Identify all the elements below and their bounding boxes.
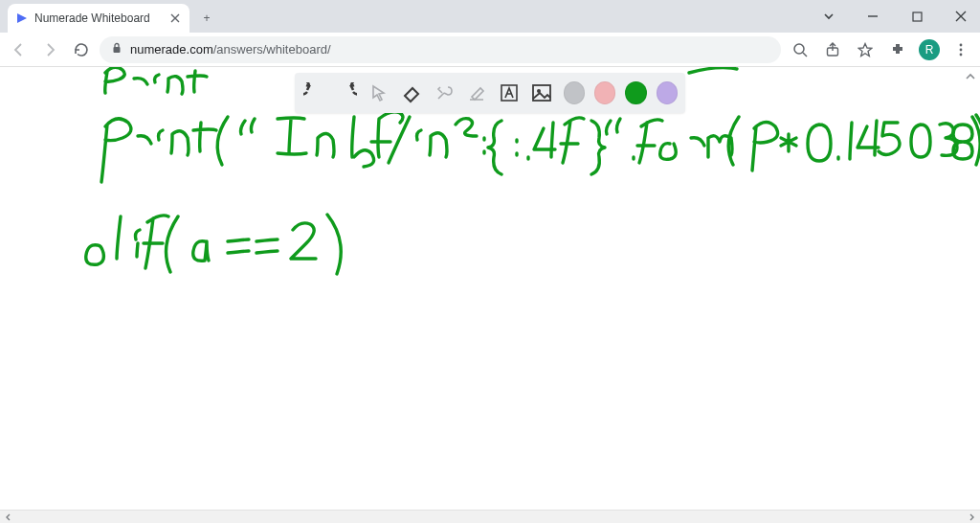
window-maximize-button[interactable]: [903, 6, 930, 27]
window-minimize-button[interactable]: [859, 6, 886, 27]
url-domain: numerade.com: [130, 42, 213, 57]
browser-tab-active[interactable]: Numerade Whiteboard: [8, 4, 189, 33]
profile-letter: R: [925, 43, 934, 57]
eraser-tool[interactable]: [400, 80, 423, 105]
zoom-icon[interactable]: [789, 38, 812, 61]
extensions-icon[interactable]: [886, 38, 909, 61]
whiteboard-toolbar: [295, 73, 685, 113]
nav-back-button[interactable]: [8, 38, 31, 61]
url-path: /answers/whiteboard/: [213, 42, 331, 57]
window-controls: [815, 0, 980, 33]
tab-title: Numerade Whiteboard: [34, 11, 163, 25]
bookmark-star-icon[interactable]: [854, 38, 877, 61]
scroll-up-indicator[interactable]: [965, 71, 976, 85]
svg-point-3: [794, 44, 804, 54]
svg-marker-0: [17, 13, 27, 23]
window-close-button[interactable]: [947, 6, 974, 27]
browser-toolbar: numerade.com/answers/whiteboard/ R: [0, 33, 980, 67]
share-icon[interactable]: [821, 38, 844, 61]
tab-close-icon[interactable]: [168, 11, 182, 25]
address-bar[interactable]: numerade.com/answers/whiteboard/: [100, 36, 781, 63]
pointer-tool[interactable]: [368, 80, 390, 105]
svg-point-6: [960, 48, 963, 51]
redo-button[interactable]: [335, 80, 358, 105]
color-swatch-purple[interactable]: [657, 81, 678, 104]
kebab-menu-icon[interactable]: [949, 38, 972, 61]
highlighter-tool[interactable]: [465, 80, 488, 105]
nav-reload-button[interactable]: [69, 38, 92, 61]
whiteboard-canvas[interactable]: [0, 67, 980, 510]
url-text: numerade.com/answers/whiteboard/: [130, 42, 331, 57]
plus-icon: +: [203, 11, 210, 25]
svg-rect-1: [913, 12, 922, 21]
browser-tab-strip: Numerade Whiteboard +: [0, 0, 980, 33]
lock-icon: [111, 42, 122, 57]
toolbar-right-icons: R: [789, 38, 972, 61]
undo-button[interactable]: [302, 80, 325, 105]
nav-forward-button[interactable]: [38, 38, 61, 61]
tools-icon[interactable]: [433, 80, 456, 105]
ink-layer: [0, 67, 980, 510]
color-swatch-pink[interactable]: [594, 81, 615, 104]
profile-avatar[interactable]: R: [919, 39, 940, 60]
scroll-left-arrow-icon[interactable]: [3, 512, 14, 523]
text-tool[interactable]: [498, 80, 521, 105]
color-swatch-gray[interactable]: [564, 81, 585, 104]
svg-rect-2: [114, 47, 121, 53]
color-swatch-green[interactable]: [625, 81, 646, 104]
tab-search-chevron-icon[interactable]: [815, 6, 842, 27]
image-tool[interactable]: [530, 80, 553, 105]
tab-favicon: [15, 11, 29, 25]
svg-point-7: [960, 53, 963, 56]
svg-point-5: [960, 43, 963, 46]
svg-rect-9: [533, 85, 550, 101]
new-tab-button[interactable]: +: [193, 5, 220, 32]
scroll-right-arrow-icon[interactable]: [966, 512, 977, 523]
horizontal-scrollbar[interactable]: [0, 510, 980, 523]
